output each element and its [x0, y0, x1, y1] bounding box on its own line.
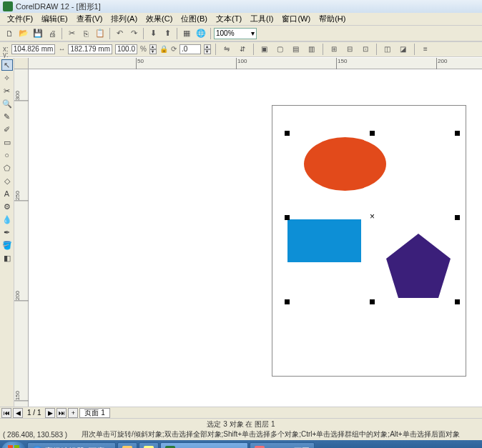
standard-toolbar: 🗋 📂 💾 🖨 ✂ ⎘ 📋 ↶ ↷ ⬇ ⬆ ▦ 🌐 100% ▾ — [0, 26, 482, 41]
app-launcher-button[interactable]: ▦ — [180, 27, 193, 40]
combine-button[interactable]: ◫ — [381, 43, 394, 56]
shape-tool[interactable]: ✧ — [1, 72, 13, 84]
freehand-tool[interactable]: ✎ — [1, 111, 13, 122]
selection-status: 选定 3 对象 在 图层 1 — [207, 419, 275, 429]
save-button[interactable]: 💾 — [31, 27, 44, 40]
outline-tool[interactable]: ✒ — [1, 227, 13, 238]
page-tab[interactable]: 页面 1 — [79, 408, 109, 418]
lock-icon[interactable]: 🔒 — [159, 45, 168, 53]
copy-button[interactable]: ⎘ — [79, 27, 92, 40]
width-field[interactable]: 182.179 mm — [68, 44, 112, 54]
interactive-tool[interactable]: ⚙ — [1, 201, 13, 212]
menu-edit[interactable]: 编辑(E) — [37, 14, 72, 24]
corel-online-button[interactable]: 🌐 — [195, 27, 207, 40]
taskbar-label: 2.png - 画图 — [267, 446, 310, 449]
separator — [376, 44, 377, 55]
separator — [253, 44, 254, 55]
drawing-canvas[interactable]: × — [29, 69, 482, 407]
backward-button[interactable]: ▥ — [305, 43, 318, 56]
taskbar-item-explorer[interactable] — [117, 442, 137, 448]
scale-x-field[interactable]: 100.0 — [115, 44, 137, 54]
ungroup-button[interactable]: ⊟ — [343, 43, 356, 56]
break-button[interactable]: ◪ — [397, 43, 410, 56]
forward-button[interactable]: ▤ — [290, 43, 303, 56]
menu-effects[interactable]: 效果(C) — [142, 14, 177, 24]
add-page-button[interactable]: + — [68, 408, 78, 418]
selection-handle-ne[interactable] — [455, 131, 460, 136]
mirror-h-button[interactable]: ⇋ — [220, 43, 233, 56]
menu-help[interactable]: 帮助(H) — [315, 14, 350, 24]
smart-draw-tool[interactable]: ✐ — [1, 124, 13, 135]
selection-handle-nw[interactable] — [285, 131, 290, 136]
ruler-origin[interactable] — [14, 58, 29, 69]
text-tool[interactable]: A — [1, 188, 13, 199]
zoom-tool[interactable]: 🔍 — [1, 98, 13, 109]
menu-bar: 文件(F) 编辑(E) 查看(V) 排列(A) 效果(C) 位图(B) 文本(T… — [0, 13, 482, 26]
first-page-button[interactable]: ⏮ — [1, 408, 11, 418]
menu-tools[interactable]: 工具(I) — [246, 14, 277, 24]
vertical-ruler[interactable]: 300 250 200 150 — [14, 69, 29, 407]
taskbar-item-coreldraw[interactable]: CorelDRAW 12 -... — [160, 442, 248, 448]
export-button[interactable]: ⬆ — [161, 27, 174, 40]
ruler-tick: 250 — [14, 191, 29, 201]
paste-button[interactable]: 📋 — [94, 27, 107, 40]
last-page-button[interactable]: ⏭ — [56, 408, 67, 418]
ungroup-all-button[interactable]: ⊡ — [359, 43, 372, 56]
menu-bitmap[interactable]: 位图(B) — [177, 14, 212, 24]
fill-tool[interactable]: 🪣 — [1, 239, 13, 251]
pentagon-shape[interactable] — [379, 230, 458, 302]
menu-view[interactable]: 查看(V) — [72, 14, 107, 24]
cut-button[interactable]: ✂ — [65, 27, 78, 40]
undo-button[interactable]: ↶ — [113, 27, 126, 40]
align-button[interactable]: ≡ — [419, 43, 432, 56]
menu-window[interactable]: 窗口(W) — [277, 14, 315, 24]
svg-marker-0 — [386, 234, 451, 298]
menu-arrange[interactable]: 排列(A) — [107, 14, 142, 24]
zoom-value: 100% — [216, 29, 235, 37]
horizontal-ruler[interactable]: 50 100 150 200 — [29, 58, 482, 69]
spinner[interactable]: ▴▾ — [204, 44, 211, 54]
spinner[interactable]: ▴▾ — [149, 44, 157, 54]
eyedropper-tool[interactable]: 💧 — [1, 214, 13, 225]
ruler-tick: 150 — [336, 58, 347, 69]
menu-text[interactable]: 文本(T) — [212, 14, 246, 24]
selection-center[interactable]: × — [369, 214, 375, 220]
open-button[interactable]: 📂 — [17, 27, 30, 40]
polygon-tool[interactable]: ⬠ — [1, 162, 13, 174]
prev-page-button[interactable]: ◀ — [13, 408, 23, 418]
to-front-button[interactable]: ▣ — [258, 43, 271, 56]
rotation-field[interactable]: .0 — [179, 44, 201, 54]
print-button[interactable]: 🖨 — [46, 27, 59, 40]
import-button[interactable]: ⬇ — [147, 27, 159, 40]
redo-button[interactable]: ↷ — [127, 27, 140, 40]
next-page-button[interactable]: ▶ — [45, 408, 55, 418]
group-button[interactable]: ⊞ — [328, 43, 340, 56]
selection-handle-w[interactable] — [285, 215, 290, 220]
start-button[interactable] — [1, 442, 26, 448]
rectangle-tool[interactable]: ▭ — [1, 136, 13, 148]
mirror-v-button[interactable]: ⇵ — [236, 43, 249, 56]
new-button[interactable]: 🗋 — [3, 27, 16, 40]
page-counter: 1 / 1 — [24, 409, 44, 417]
work-area: ↖ ✧ ✂ 🔍 ✎ ✐ ▭ ○ ⬠ ◇ A ⚙ 💧 ✒ 🪣 ◧ 50 100 1… — [0, 58, 482, 407]
interactive-fill-tool[interactable]: ◧ — [1, 252, 13, 264]
taskbar-item-paint[interactable]: 2.png - 画图 — [250, 442, 315, 448]
selection-handle-n[interactable] — [370, 131, 375, 136]
ellipse-tool[interactable]: ○ — [1, 149, 13, 161]
selection-handle-sw[interactable] — [285, 299, 290, 304]
taskbar-item-ie[interactable]: 高级编辑器_百度... — [27, 442, 116, 448]
taskbar-item-sticky[interactable] — [139, 442, 159, 448]
zoom-combo[interactable]: 100% ▾ — [214, 28, 257, 39]
rectangle-shape[interactable] — [287, 219, 361, 262]
crop-tool[interactable]: ✂ — [1, 85, 13, 96]
page-navigator: ⏮ ◀ 1 / 1 ▶ ⏭ + 页面 1 — [0, 407, 482, 418]
ellipse-shape[interactable] — [304, 137, 386, 191]
selection-handle-s[interactable] — [370, 299, 375, 304]
to-back-button[interactable]: ▢ — [274, 43, 287, 56]
y-label: y: — [3, 51, 9, 59]
pick-tool[interactable]: ↖ — [1, 59, 13, 71]
selection-handle-e[interactable] — [455, 215, 460, 220]
basic-shapes-tool[interactable]: ◇ — [1, 175, 13, 186]
selection-handle-se[interactable] — [455, 299, 460, 304]
menu-file[interactable]: 文件(F) — [3, 14, 37, 24]
